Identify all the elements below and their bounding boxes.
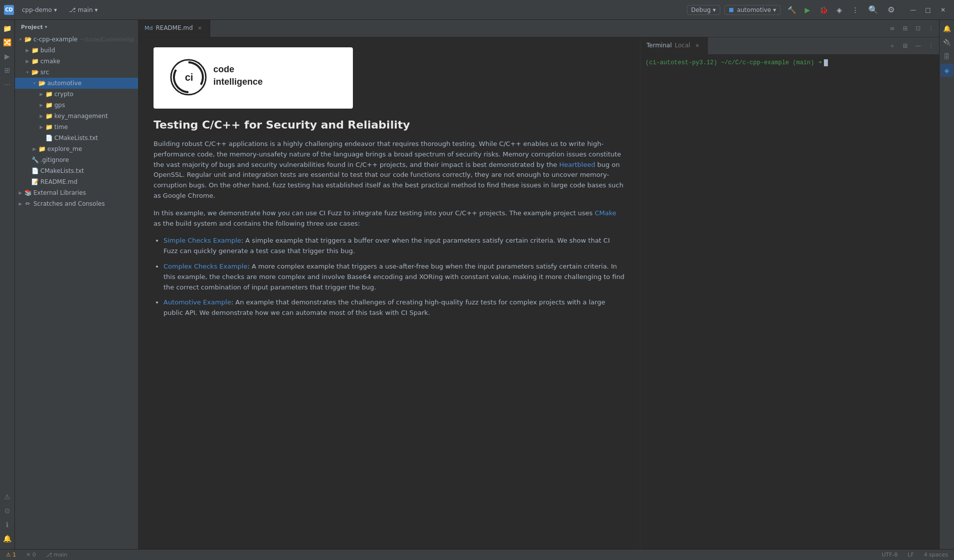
editor-terminal-split: ci code intelligence Testing C/C++ for S… bbox=[139, 37, 939, 549]
terminal-prompt-text: (ci-autotest-py3.12) ~/c/C/c-cpp-example… bbox=[645, 59, 814, 66]
tree-cmake-folder[interactable]: ▶ 📁 cmake bbox=[15, 56, 138, 67]
build-button[interactable]: 🔨 bbox=[785, 3, 798, 17]
key-mgmt-label: key_management bbox=[54, 113, 108, 120]
tree-gps[interactable]: ▶ 📁 gps bbox=[15, 100, 138, 111]
tree-automotive[interactable]: ▾ 📂 automotive bbox=[15, 78, 138, 89]
project-header[interactable]: Project ▾ bbox=[15, 20, 138, 34]
terminal-more-button[interactable]: ⋮ bbox=[925, 40, 937, 52]
terminal-cursor bbox=[824, 59, 828, 66]
scratches-icon: ✏ bbox=[24, 200, 32, 208]
db-panel-icon[interactable]: 🗄 bbox=[941, 50, 954, 63]
profile-button[interactable]: ◈ bbox=[832, 3, 846, 17]
code-analysis-panel-icon[interactable]: ◈ bbox=[941, 64, 954, 77]
problems-icon[interactable]: ⚠ bbox=[1, 490, 14, 503]
status-errors[interactable]: ✕ 0 bbox=[24, 550, 38, 560]
config-dropdown[interactable]: ■ automotive ▾ bbox=[724, 5, 781, 15]
tree-gitignore[interactable]: ▶ 🔧 .gitignore bbox=[15, 154, 138, 165]
cmake-link[interactable]: CMake bbox=[595, 209, 616, 217]
tab-action-list[interactable]: ≡ bbox=[886, 22, 898, 34]
project-header-label: Project bbox=[21, 24, 43, 30]
cmake-auto-icon: 📄 bbox=[45, 134, 53, 142]
maximize-button[interactable]: □ bbox=[921, 3, 935, 17]
tree-time[interactable]: ▶ 📁 time bbox=[15, 122, 138, 133]
tab-action-more[interactable]: ⋮ bbox=[925, 22, 937, 34]
tree-external-libs[interactable]: ▶ 📚 External Libraries bbox=[15, 187, 138, 198]
run-button[interactable]: ▶ bbox=[800, 3, 814, 17]
status-warn-text: ⚠ 1 bbox=[6, 552, 16, 558]
run-icon-bar[interactable]: ▶ bbox=[1, 50, 14, 63]
run-controls: 🔨 ▶ 🐞 ◈ ⋮ bbox=[785, 3, 862, 17]
crypto-arrow: ▶ bbox=[38, 91, 45, 98]
explore-arrow: ▶ bbox=[31, 145, 38, 152]
tree-key-management[interactable]: ▶ 📁 key_management bbox=[15, 111, 138, 122]
notifications-icon[interactable]: 🔔 bbox=[1, 532, 14, 545]
tree-scratches[interactable]: ▶ ✏ Scratches and Consoles bbox=[15, 198, 138, 209]
editor-content[interactable]: ci code intelligence Testing C/C++ for S… bbox=[139, 37, 640, 549]
cmake-folder-icon: 📁 bbox=[31, 57, 39, 65]
branch-dropdown[interactable]: ⎇ main ▾ bbox=[65, 5, 102, 14]
status-encoding[interactable]: UTF-8 bbox=[880, 550, 900, 560]
tree-cmake-automotive[interactable]: ▶ 📄 CMakeLists.txt bbox=[15, 133, 138, 143]
time-arrow: ▶ bbox=[38, 124, 45, 131]
terminal-tab[interactable]: Terminal Local ✕ bbox=[640, 37, 708, 54]
cmake-folder-arrow: ▶ bbox=[24, 58, 31, 65]
more-run-button[interactable]: ⋮ bbox=[848, 3, 862, 17]
status-warnings[interactable]: ⚠ 1 bbox=[4, 550, 18, 560]
tab-readme[interactable]: Md README.md ✕ bbox=[139, 20, 210, 37]
structure-icon[interactable]: ⊞ bbox=[1, 64, 14, 77]
tab-action-split-v[interactable]: ⊡ bbox=[912, 22, 924, 34]
terminal-split-button[interactable]: ⊞ bbox=[899, 40, 911, 52]
notifications-panel-icon[interactable]: 🔔 bbox=[941, 22, 954, 35]
simple-checks-link[interactable]: Simple Checks Example bbox=[163, 237, 241, 244]
tree-readme[interactable]: ▶ 📝 README.md bbox=[15, 176, 138, 187]
tab-action-split-h[interactable]: ⊞ bbox=[899, 22, 911, 34]
project-name: cpp-demo bbox=[22, 6, 52, 13]
search-button[interactable]: 🔍 bbox=[866, 3, 880, 17]
editor-area: Md README.md ✕ ≡ ⊞ ⊡ ⋮ bbox=[139, 20, 939, 549]
scratches-arrow: ▶ bbox=[17, 200, 24, 207]
more-tools-icon[interactable]: ⋯ bbox=[1, 78, 14, 91]
terminal-tab-close[interactable]: ✕ bbox=[693, 41, 701, 49]
new-terminal-button[interactable]: ＋ bbox=[886, 40, 898, 52]
settings-button[interactable]: ⚙ bbox=[884, 3, 898, 17]
tab-readme-icon: Md bbox=[145, 25, 153, 31]
window-controls: — □ ✕ bbox=[906, 3, 950, 17]
vcs-icon[interactable]: 🔀 bbox=[1, 36, 14, 49]
tree-explore-me[interactable]: ▶ 📁 explore_me bbox=[15, 143, 138, 154]
list-item-automotive: Automotive Example: An example that demo… bbox=[163, 297, 625, 318]
project-dropdown[interactable]: cpp-demo ▾ bbox=[18, 5, 61, 14]
status-branch-name: main bbox=[54, 552, 67, 558]
heartbleed-link[interactable]: Heartbleed bbox=[559, 161, 595, 168]
tree-crypto[interactable]: ▶ 📁 crypto bbox=[15, 89, 138, 100]
terminal-minimize-button[interactable]: — bbox=[912, 40, 924, 52]
tab-readme-close[interactable]: ✕ bbox=[196, 24, 204, 32]
plugins-panel-icon[interactable]: 🔌 bbox=[941, 36, 954, 49]
complex-checks-link[interactable]: Complex Checks Example bbox=[163, 263, 247, 270]
tree-build[interactable]: ▶ 📁 build bbox=[15, 45, 138, 56]
close-button[interactable]: ✕ bbox=[936, 3, 950, 17]
code-intelligence-logo: ci code intelligence bbox=[168, 57, 338, 97]
debug-dropdown[interactable]: Debug ▾ bbox=[687, 5, 721, 15]
status-indent[interactable]: 4 spaces bbox=[922, 550, 951, 560]
terminal-icon[interactable]: ⊙ bbox=[1, 504, 14, 517]
build-arrow: ▶ bbox=[24, 47, 31, 54]
readme-label: README.md bbox=[40, 178, 77, 185]
terminal-content[interactable]: (ci-autotest-py3.12) ~/c/C/c-cpp-example… bbox=[640, 55, 939, 549]
debug-run-button[interactable]: 🐞 bbox=[816, 3, 830, 17]
project-chevron: ▾ bbox=[54, 6, 57, 13]
tree-src[interactable]: ▾ 📂 src bbox=[15, 67, 138, 78]
root-folder-icon: 📂 bbox=[24, 35, 32, 43]
status-branch-icon: ⎇ bbox=[46, 552, 52, 558]
info-icon[interactable]: ℹ bbox=[1, 518, 14, 531]
left-iconbar: 📁 🔀 ▶ ⊞ ⋯ ⚠ ⊙ ℹ 🔔 bbox=[0, 20, 15, 549]
status-branch[interactable]: ⎇ main bbox=[44, 550, 69, 560]
status-line-sep[interactable]: LF bbox=[906, 550, 916, 560]
svg-text:code: code bbox=[213, 64, 234, 74]
automotive-folder-icon: 📂 bbox=[38, 79, 46, 87]
time-label: time bbox=[54, 124, 68, 131]
automotive-link[interactable]: Automotive Example bbox=[163, 298, 231, 306]
tree-root[interactable]: ▾ 📂 c-cpp-example ~/code/CodeIntellig... bbox=[15, 34, 138, 45]
minimize-button[interactable]: — bbox=[906, 3, 920, 17]
tree-cmake-root[interactable]: ▶ 📄 CMakeLists.txt bbox=[15, 165, 138, 176]
project-icon[interactable]: 📁 bbox=[1, 22, 14, 35]
